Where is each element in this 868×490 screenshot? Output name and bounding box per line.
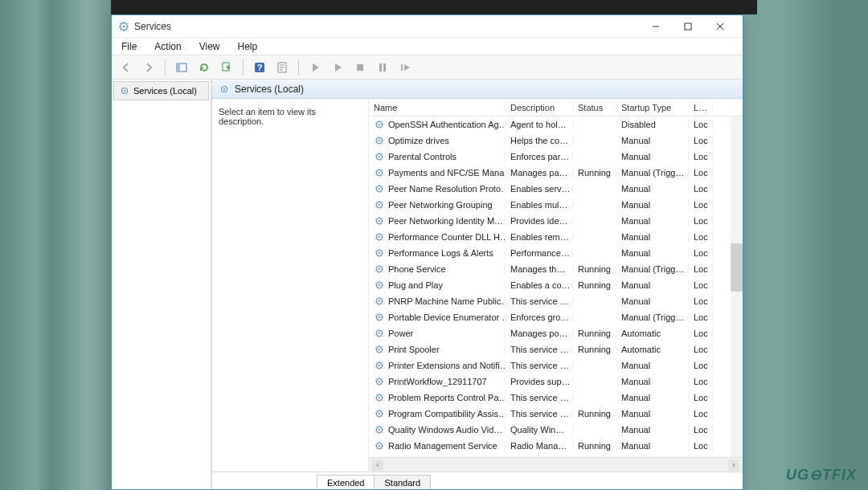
cell-description: Enables a co… xyxy=(506,280,573,290)
scroll-left-icon[interactable]: ‹ xyxy=(372,459,383,471)
svg-point-48 xyxy=(379,365,380,366)
rows-container[interactable]: OpenSSH Authentication Ag…Agent to hol…D… xyxy=(369,116,743,457)
table-row[interactable]: Optimize drivesHelps the co…ManualLoc xyxy=(369,133,743,149)
horizontal-scrollbar[interactable]: ‹ › xyxy=(369,457,743,472)
table-row[interactable]: Problem Reports Control Pa…This service … xyxy=(369,390,743,406)
menu-help[interactable]: Help xyxy=(236,39,260,54)
toolbar: ? xyxy=(112,55,743,80)
table-row[interactable]: PNRP Machine Name Public…This service …M… xyxy=(369,293,743,309)
cell-name: Performance Logs & Alerts xyxy=(369,247,506,259)
table-row[interactable]: Portable Device Enumerator …Enforces gro… xyxy=(369,309,743,325)
cell-logon: Loc xyxy=(689,409,713,419)
tab-extended[interactable]: Extended xyxy=(317,475,375,489)
cell-name: Problem Reports Control Pa… xyxy=(369,392,506,403)
cell-description: Enables serv… xyxy=(506,184,573,194)
cell-description: Provides sup… xyxy=(506,377,573,386)
table-row[interactable]: Payments and NFC/SE Mana…Manages pa…Runn… xyxy=(369,165,743,181)
table-row[interactable]: OpenSSH Authentication Ag…Agent to hol…D… xyxy=(369,116,743,133)
titlebar[interactable]: Services xyxy=(112,15,743,38)
header-name[interactable]: Name xyxy=(369,103,506,112)
table-row[interactable]: PowerManages po…RunningAutomaticLoc xyxy=(369,325,743,341)
table-row[interactable]: Quality Windows Audio Vid…Quality Win…Ma… xyxy=(369,422,743,438)
svg-point-1 xyxy=(123,25,125,27)
resume-service-button[interactable] xyxy=(328,58,347,77)
table-row[interactable]: Peer Networking GroupingEnables mul…Manu… xyxy=(369,197,743,213)
service-icon xyxy=(374,263,385,275)
cell-description: This service … xyxy=(506,409,573,419)
pause-service-button[interactable] xyxy=(373,58,392,77)
maximize-button[interactable] xyxy=(672,16,704,37)
scroll-right-icon[interactable]: › xyxy=(728,459,739,471)
svg-point-16 xyxy=(223,88,225,89)
table-row[interactable]: Phone ServiceManages th…RunningManual (T… xyxy=(369,261,743,277)
cell-startup: Automatic xyxy=(616,329,689,338)
show-hide-tree-button[interactable] xyxy=(172,58,191,77)
table-row[interactable]: Print SpoolerThis service …RunningAutoma… xyxy=(369,341,743,357)
table-row[interactable]: Plug and PlayEnables a co…RunningManualL… xyxy=(369,277,743,293)
header-status[interactable]: Status xyxy=(573,103,616,112)
table-row[interactable]: Printer Extensions and Notifi…This servi… xyxy=(369,357,743,374)
cell-description: Helps the co… xyxy=(506,136,573,145)
table-row[interactable]: PrintWorkflow_12911707Provides sup…Manua… xyxy=(369,374,743,390)
svg-rect-11 xyxy=(383,63,386,71)
service-icon xyxy=(374,344,385,355)
svg-text:?: ? xyxy=(257,63,263,72)
table-row[interactable]: Performance Logs & AlertsPerformance…Man… xyxy=(369,245,743,261)
start-service-button[interactable] xyxy=(305,58,325,77)
cell-name: Peer Networking Grouping xyxy=(369,199,506,210)
header-logon[interactable]: Log xyxy=(689,103,713,112)
cell-status: Running xyxy=(573,441,616,451)
cell-status: Running xyxy=(573,345,616,354)
help-button[interactable]: ? xyxy=(250,58,269,77)
table-row[interactable]: Peer Networking Identity M…Provides ide…… xyxy=(369,213,743,229)
console-tree: Services (Local) xyxy=(112,80,211,489)
svg-rect-9 xyxy=(357,64,363,71)
refresh-button[interactable] xyxy=(194,58,214,77)
svg-point-46 xyxy=(379,349,380,350)
cell-status: Running xyxy=(573,329,616,338)
table-row[interactable]: Parental ControlsEnforces par…ManualLoc xyxy=(369,149,743,165)
cell-logon: Loc xyxy=(689,216,713,226)
menu-action[interactable]: Action xyxy=(153,39,182,54)
gear-icon xyxy=(219,84,230,95)
cell-description: Manages th… xyxy=(506,264,573,274)
cell-description: Radio Mana… xyxy=(506,441,573,451)
cell-status: Running xyxy=(573,280,616,290)
menu-view[interactable]: View xyxy=(198,39,222,54)
table-row[interactable]: Radio Management ServiceRadio Mana…Runni… xyxy=(369,438,743,454)
cell-startup: Manual xyxy=(616,409,689,419)
cell-startup: Manual (Trigg… xyxy=(616,168,689,178)
close-button[interactable] xyxy=(704,16,736,37)
svg-point-36 xyxy=(379,268,380,270)
tab-standard[interactable]: Standard xyxy=(374,475,431,489)
header-description[interactable]: Description xyxy=(506,103,573,112)
tree-node-services-local[interactable]: Services (Local) xyxy=(113,81,209,100)
table-row[interactable]: Peer Name Resolution Proto…Enables serv…… xyxy=(369,181,743,197)
cell-name: OpenSSH Authentication Ag… xyxy=(369,119,506,130)
description-panel: Select an item to view its description. xyxy=(212,99,369,472)
cell-name: Program Compatibility Assis… xyxy=(369,408,506,419)
cell-startup: Manual xyxy=(616,152,689,161)
service-icon xyxy=(374,440,385,451)
cell-description: Provides ide… xyxy=(506,216,573,226)
cell-startup: Manual xyxy=(616,393,689,402)
svg-rect-12 xyxy=(401,64,403,71)
export-button[interactable] xyxy=(217,58,236,77)
stop-service-button[interactable] xyxy=(350,58,370,77)
svg-point-44 xyxy=(379,333,380,334)
vertical-scroll-thumb[interactable] xyxy=(731,243,743,292)
minimize-button[interactable] xyxy=(640,16,672,37)
service-icon xyxy=(374,296,385,307)
cell-logon: Loc xyxy=(689,248,713,258)
forward-button[interactable] xyxy=(139,58,158,77)
table-row[interactable]: Performance Counter DLL H…Enables rem…Ma… xyxy=(369,229,743,245)
table-row[interactable]: Program Compatibility Assis…This service… xyxy=(369,406,743,422)
menu-file[interactable]: File xyxy=(120,39,138,54)
properties-button[interactable] xyxy=(272,58,292,77)
svg-point-52 xyxy=(379,397,380,398)
header-startup[interactable]: Startup Type xyxy=(616,103,689,112)
cell-logon: Loc xyxy=(689,345,713,354)
restart-service-button[interactable] xyxy=(395,58,415,77)
cell-logon: Loc xyxy=(689,184,713,194)
back-button[interactable] xyxy=(117,58,136,77)
